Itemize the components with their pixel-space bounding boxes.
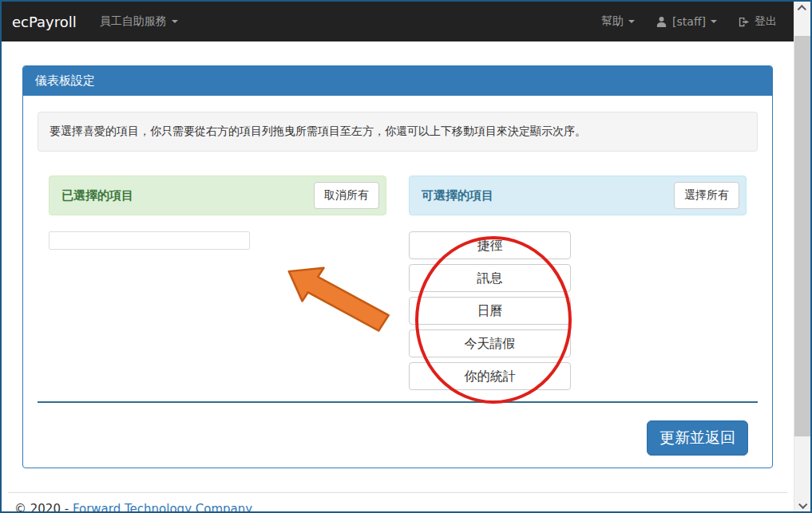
available-item[interactable]: 你的統計: [409, 362, 571, 390]
available-items-list: 捷徑訊息日曆今天請假你的統計: [409, 231, 571, 390]
top-navbar: ecPayroll 員工自助服務 幫助 [staff]: [2, 2, 794, 41]
vertical-scrollbar[interactable]: [794, 2, 810, 511]
selected-items-title: 已選擇的項目: [61, 188, 133, 203]
deselect-all-button[interactable]: 取消所有: [314, 182, 379, 209]
logout-icon: [738, 16, 750, 28]
nav-user-label: [staff]: [672, 15, 706, 28]
select-all-button[interactable]: 選擇所有: [674, 182, 739, 209]
dashboard-settings-panel: 儀表板設定 要選擇喜愛的項目，你只需要從右方的項目列拖曳所需項目至左方，你還可以…: [22, 65, 773, 468]
available-item[interactable]: 日曆: [409, 297, 571, 325]
panel-body: 要選擇喜愛的項目，你只需要從右方的項目列拖曳所需項目至左方，你還可以上下移動項目…: [23, 96, 772, 468]
selection-columns: 已選擇的項目 取消所有 可選擇的項目 選擇所有 捷徑訊息日曆今天請假你的統計: [38, 176, 758, 395]
footer-company-link[interactable]: Forward Technology Company: [73, 502, 252, 513]
section-divider: [38, 401, 758, 403]
nav-self-service-label: 員工自助服務: [100, 14, 167, 29]
scrollbar-down-button[interactable]: [794, 498, 810, 511]
footer: © 2020 - Forward Technology Company: [14, 502, 794, 513]
available-item[interactable]: 捷徑: [409, 231, 571, 259]
browser-window: ecPayroll 員工自助服務 幫助 [staff]: [0, 0, 812, 513]
scrollbar-up-button[interactable]: [794, 2, 810, 15]
available-items-title: 可選擇的項目: [422, 188, 493, 203]
form-actions: 更新並返回: [38, 420, 758, 456]
chevron-down-icon: [798, 499, 807, 508]
update-and-return-button[interactable]: 更新並返回: [647, 420, 748, 456]
selected-items-column: 已選擇的項目 取消所有: [38, 176, 398, 395]
nav-self-service-menu[interactable]: 員工自助服務: [89, 14, 188, 29]
nav-logout[interactable]: 登出: [727, 14, 787, 29]
person-icon: [656, 16, 667, 28]
available-items-column: 可選擇的項目 選擇所有 捷徑訊息日曆今天請假你的統計: [398, 176, 758, 395]
instructions-text: 要選擇喜愛的項目，你只需要從右方的項目列拖曳所需項目至左方，你還可以上下移動項目…: [38, 112, 758, 152]
nav-help-menu[interactable]: 幫助: [591, 14, 645, 29]
chevron-down-icon: [172, 20, 178, 23]
panel-title: 儀表板設定: [23, 66, 772, 96]
selected-items-drop-area[interactable]: [49, 231, 250, 250]
chevron-up-icon: [798, 5, 806, 14]
chevron-down-icon: [711, 20, 717, 23]
nav-user-menu[interactable]: [staff]: [645, 15, 727, 28]
footer-divider: [8, 492, 787, 493]
nav-help-label: 幫助: [601, 14, 624, 29]
footer-copyright: © 2020 -: [14, 502, 73, 513]
available-item[interactable]: 訊息: [409, 264, 571, 292]
main-content: 儀表板設定 要選擇喜愛的項目，你只需要從右方的項目列拖曳所需項目至左方，你還可以…: [2, 41, 794, 511]
app-brand[interactable]: ecPayroll: [2, 14, 89, 30]
chevron-down-icon: [628, 20, 635, 23]
nav-logout-label: 登出: [755, 14, 777, 29]
available-items-header: 可選擇的項目 選擇所有: [409, 176, 747, 215]
available-item[interactable]: 今天請假: [409, 330, 571, 357]
selected-items-header: 已選擇的項目 取消所有: [49, 176, 386, 215]
scrollbar-thumb[interactable]: [794, 36, 810, 436]
